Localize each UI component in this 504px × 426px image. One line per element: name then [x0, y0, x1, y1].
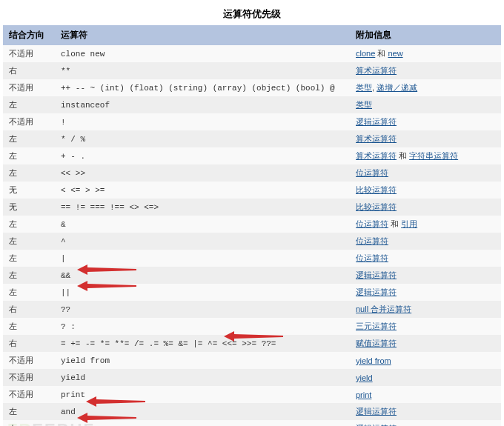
cell-assoc: 左	[3, 164, 55, 182]
info-link[interactable]: 算术运算符	[356, 151, 397, 160]
cell-info: 位运算符 和 引用	[350, 216, 501, 233]
table-row: 左&&逻辑运算符	[3, 267, 501, 284]
cell-assoc: 左	[3, 284, 55, 301]
cell-operator: yield from	[55, 352, 350, 369]
info-link[interactable]: 类型	[356, 83, 372, 92]
cell-info: 比较运算符	[350, 199, 501, 216]
info-link[interactable]: 位运算符	[356, 236, 388, 245]
info-link[interactable]: 算术运算符	[356, 66, 397, 75]
info-link[interactable]: 比较运算符	[356, 185, 397, 194]
cell-operator: |	[55, 250, 350, 267]
cell-info: 赋值运算符	[350, 335, 501, 352]
cell-info: 算术运算符	[350, 130, 501, 147]
page-title: 运算符优先级	[3, 3, 501, 25]
cell-assoc: 左	[3, 216, 55, 233]
cell-info: print	[350, 386, 501, 403]
table-row: 左instanceof类型	[3, 96, 501, 113]
cell-assoc: 左	[3, 250, 55, 267]
info-link[interactable]: 赋值运算符	[356, 339, 397, 347]
cell-info: 逻辑运算符	[350, 267, 501, 284]
info-link[interactable]: 位运算符	[356, 253, 388, 262]
table-row: 右= += -= *= **= /= .= %= &= |= ^= <<= >>…	[3, 335, 501, 352]
table-row: 不适用yieldyield	[3, 369, 501, 386]
table-row: 左||逻辑运算符	[3, 284, 501, 301]
cell-info: yield	[350, 369, 501, 386]
info-text: 和	[388, 219, 401, 228]
cell-info: null 合并运算符	[350, 301, 501, 318]
cell-assoc: 左	[3, 403, 55, 420]
info-link[interactable]: 逻辑运算符	[356, 407, 397, 416]
cell-info: 位运算符	[350, 250, 501, 267]
cell-assoc: 不适用	[3, 113, 55, 130]
table-row: 左xor逻辑运算符	[3, 420, 501, 426]
table-row: 左and逻辑运算符	[3, 403, 501, 420]
info-link[interactable]: 逻辑运算符	[356, 117, 397, 126]
info-link[interactable]: 算术运算符	[356, 134, 397, 143]
table-row: 无== != === !== <> <=>比较运算符	[3, 199, 501, 216]
cell-assoc: 左	[3, 267, 55, 284]
header-info: 附加信息	[350, 25, 501, 45]
cell-assoc: 无	[3, 182, 55, 199]
cell-operator: ? :	[55, 318, 350, 335]
cell-info: clone 和 new	[350, 45, 501, 62]
info-link[interactable]: 比较运算符	[356, 202, 397, 211]
cell-info: 位运算符	[350, 164, 501, 182]
cell-assoc: 左	[3, 420, 55, 426]
cell-info: 逻辑运算符	[350, 113, 501, 130]
table-row: 左* / %算术运算符	[3, 130, 501, 147]
cell-operator: = += -= *= **= /= .= %= &= |= ^= <<= >>=…	[55, 335, 350, 352]
info-link[interactable]: 类型	[356, 100, 372, 109]
info-link[interactable]: 位运算符	[356, 219, 388, 228]
cell-assoc: 左	[3, 147, 55, 164]
info-link[interactable]: clone	[356, 49, 375, 58]
cell-assoc: 不适用	[3, 369, 55, 386]
cell-operator: clone new	[55, 45, 350, 62]
info-link[interactable]: null 合并运算符	[356, 304, 411, 313]
info-link[interactable]: new	[388, 49, 402, 58]
cell-info: 比较运算符	[350, 182, 501, 199]
cell-assoc: 右	[3, 301, 55, 318]
cell-operator: << >>	[55, 164, 350, 182]
cell-assoc: 不适用	[3, 45, 55, 62]
cell-assoc: 不适用	[3, 352, 55, 369]
cell-operator: == != === !== <> <=>	[55, 199, 350, 216]
info-text: 和	[397, 151, 409, 160]
table-row: 左&位运算符 和 引用	[3, 216, 501, 233]
table-row: 左+ - .算术运算符 和 字符串运算符	[3, 147, 501, 164]
info-link[interactable]: 逻辑运算符	[356, 270, 397, 279]
cell-assoc: 右	[3, 335, 55, 352]
cell-operator: ++ -- ~ (int) (float) (string) (array) (…	[55, 79, 350, 96]
table-row: 右**算术运算符	[3, 62, 501, 79]
table-row: 左|位运算符	[3, 250, 501, 267]
cell-assoc: 左	[3, 233, 55, 250]
cell-info: 逻辑运算符	[350, 403, 501, 420]
info-link[interactable]: 引用	[401, 219, 417, 228]
cell-assoc: 左	[3, 130, 55, 147]
cell-operator: ??	[55, 301, 350, 318]
info-link[interactable]: 位运算符	[356, 168, 388, 177]
info-link[interactable]: 三元运算符	[356, 322, 397, 330]
cell-operator: print	[55, 386, 350, 403]
cell-operator: instanceof	[55, 96, 350, 113]
table-row: 不适用++ -- ~ (int) (float) (string) (array…	[3, 79, 501, 96]
cell-assoc: 不适用	[3, 386, 55, 403]
cell-assoc: 右	[3, 62, 55, 79]
table-row: 不适用yield fromyield from	[3, 352, 501, 369]
cell-operator: &&	[55, 267, 350, 284]
cell-operator: xor	[55, 420, 350, 426]
info-link[interactable]: 逻辑运算符	[356, 287, 397, 296]
header-assoc: 结合方向	[3, 25, 55, 45]
cell-assoc: 无	[3, 199, 55, 216]
info-link[interactable]: yield	[356, 373, 373, 382]
info-link[interactable]: yield from	[356, 356, 391, 365]
table-row: 左? :三元运算符	[3, 318, 501, 335]
cell-info: 类型	[350, 96, 501, 113]
cell-assoc: 不适用	[3, 79, 55, 96]
cell-operator: < <= > >=	[55, 182, 350, 199]
table-header-row: 结合方向 运算符 附加信息	[3, 25, 501, 45]
info-link[interactable]: 字符串运算符	[409, 151, 458, 160]
table-row: 无< <= > >=比较运算符	[3, 182, 501, 199]
info-link[interactable]: 递增／递减	[377, 83, 417, 92]
cell-operator: ^	[55, 233, 350, 250]
info-link[interactable]: print	[356, 390, 371, 399]
